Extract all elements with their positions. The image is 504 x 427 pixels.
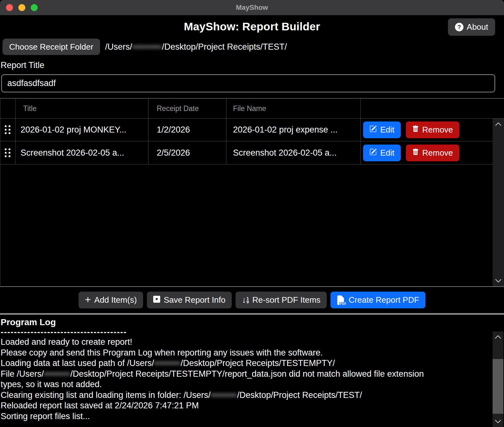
save-icon bbox=[153, 295, 160, 305]
create-report-pdf-button[interactable]: PDF Create Report PDF bbox=[331, 292, 425, 308]
grip-icon bbox=[5, 148, 11, 158]
log-line: Loaded and ready to create report! bbox=[1, 337, 491, 348]
redacted-username: •••••••• bbox=[44, 369, 71, 380]
pdf-file-icon: PDF bbox=[337, 295, 345, 305]
remove-button[interactable]: Remove bbox=[406, 121, 459, 138]
report-title-input[interactable] bbox=[1, 74, 495, 92]
folder-row: Choose Receipt Folder /Users/•••••••••/D… bbox=[3, 39, 504, 55]
log-line: Clearing existing list and loading items… bbox=[1, 390, 491, 401]
program-log-heading: Program Log bbox=[1, 317, 491, 327]
add-items-button[interactable]: + Add Item(s) bbox=[79, 292, 143, 308]
edit-button-label: Edit bbox=[380, 148, 394, 158]
program-log: Program Log ----------------------------… bbox=[0, 315, 504, 422]
log-scrollbar[interactable] bbox=[493, 331, 503, 427]
report-title-label: Report Title bbox=[1, 60, 504, 70]
plus-icon: + bbox=[85, 294, 91, 305]
about-button[interactable]: ? About bbox=[448, 18, 495, 36]
row-title-cell: 2026-01-02 proj MONKEY... bbox=[16, 119, 148, 141]
scroll-up-icon[interactable] bbox=[493, 335, 503, 339]
log-line: Reloaded report last saved at 2/24/2026 … bbox=[1, 400, 491, 411]
row-title-cell: Screenshot 2026-02-05 a... bbox=[16, 141, 148, 164]
redacted-username: •••••••• bbox=[211, 390, 237, 401]
pencil-square-icon bbox=[369, 125, 377, 135]
scroll-up-icon[interactable] bbox=[493, 122, 504, 126]
log-line: types, so it was not added. bbox=[1, 379, 491, 390]
question-icon: ? bbox=[455, 23, 463, 31]
create-report-pdf-label: Create Report PDF bbox=[349, 295, 419, 305]
receipt-folder-path: /Users/•••••••••/Desktop/Project Receipt… bbox=[105, 42, 287, 52]
remove-button-label: Remove bbox=[422, 125, 453, 135]
sort-numeric-icon: ↓ 19 bbox=[242, 296, 249, 304]
row-file-cell: Screenshot 2026-02-05 a... bbox=[226, 141, 361, 164]
pencil-square-icon bbox=[369, 148, 377, 158]
table-header-scroll-corner bbox=[493, 99, 504, 119]
save-report-info-button[interactable]: Save Report Info bbox=[147, 292, 232, 308]
remove-button[interactable]: Remove bbox=[406, 145, 459, 161]
table-header-grip bbox=[0, 99, 16, 119]
log-line: Loading data at last used path of /Users… bbox=[1, 358, 491, 369]
column-header-title: Title bbox=[16, 99, 148, 119]
edit-button[interactable]: Edit bbox=[363, 145, 401, 161]
grip-icon bbox=[5, 125, 11, 134]
table-scrollbar[interactable] bbox=[493, 119, 504, 286]
scrollbar-thumb[interactable] bbox=[493, 359, 503, 414]
window-title: MayShow bbox=[0, 3, 504, 12]
items-table: Title Receipt Date File Name 2026-01-02 … bbox=[0, 98, 504, 287]
add-items-label: Add Item(s) bbox=[94, 295, 137, 305]
row-date-cell: 2/5/2026 bbox=[148, 141, 226, 164]
column-header-actions bbox=[361, 99, 493, 119]
actions-toolbar: + Add Item(s) Save Report Info ↓ 19 Re-s… bbox=[0, 287, 504, 313]
row-actions-cell: Edit Remove bbox=[361, 141, 493, 164]
log-line: File /Users/••••••••/Desktop/Project Rec… bbox=[1, 369, 491, 380]
trash-icon bbox=[412, 148, 419, 158]
trash-icon bbox=[412, 125, 419, 135]
log-separator: -------------------------------------- bbox=[1, 327, 491, 337]
remove-button-label: Remove bbox=[422, 148, 453, 158]
resort-pdf-items-button[interactable]: ↓ 19 Re-sort PDF Items bbox=[236, 292, 327, 308]
edit-button-label: Edit bbox=[380, 125, 394, 135]
column-header-date: Receipt Date bbox=[148, 99, 226, 119]
scroll-down-icon[interactable] bbox=[493, 279, 504, 283]
window-titlebar: MayShow bbox=[0, 0, 504, 15]
edit-button[interactable]: Edit bbox=[363, 121, 401, 138]
column-header-file: File Name bbox=[226, 99, 361, 119]
save-report-info-label: Save Report Info bbox=[164, 295, 225, 305]
row-date-cell: 1/2/2026 bbox=[148, 119, 226, 141]
choose-receipt-folder-button[interactable]: Choose Receipt Folder bbox=[3, 39, 100, 55]
drag-handle[interactable] bbox=[0, 141, 16, 164]
row-actions-cell: Edit Remove bbox=[361, 119, 493, 141]
about-button-label: About bbox=[467, 22, 488, 32]
redacted-username: ••••••••• bbox=[132, 42, 162, 52]
table-empty-area bbox=[0, 164, 493, 286]
scroll-down-icon[interactable] bbox=[493, 419, 503, 424]
page-title: MayShow: Report Builder bbox=[184, 20, 320, 33]
log-line: Please copy and send this Program Log wh… bbox=[1, 348, 491, 358]
drag-handle[interactable] bbox=[0, 119, 16, 141]
row-file-cell: 2026-01-02 proj expense ... bbox=[226, 119, 361, 141]
resort-pdf-items-label: Re-sort PDF Items bbox=[252, 295, 320, 305]
redacted-username: •••••••• bbox=[154, 358, 181, 369]
log-line: Sorting report files list... bbox=[1, 411, 491, 422]
header-bar: MayShow: Report Builder ? About bbox=[0, 15, 504, 38]
